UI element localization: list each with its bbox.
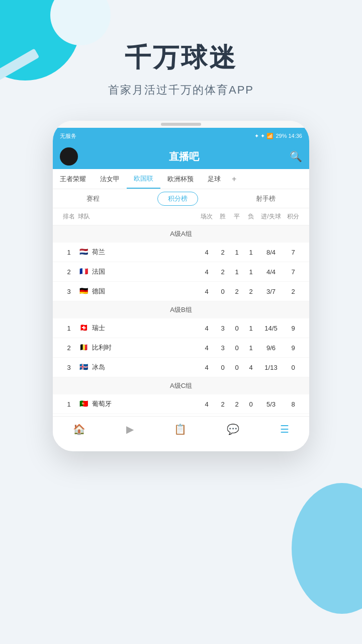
bottom-nav-menu[interactable]: ☰ [280,423,289,435]
team-name: 🇩🇪德国 [78,287,198,296]
header-played: 场次 [198,212,216,221]
hero-subtitle: 首家月活过千万的体育APP [0,83,362,98]
status-right-text: 29% 14:36 [276,133,302,139]
hero-title: 千万球迷 [0,40,362,75]
team-name: 🇵🇹葡萄牙 [78,399,198,409]
group-c-header: A级C组 [53,377,309,394]
header-draw: 平 [230,212,244,221]
bottom-nav-news[interactable]: 📋 [174,423,187,435]
status-carrier: 无服务 [60,132,76,140]
sub-tabs: 赛程 积分榜 射手榜 [53,189,309,208]
rank: 2 [60,344,78,352]
rank: 1 [60,249,78,256]
bg-decoration-circle-br [292,483,362,614]
nav-tab-ouguo[interactable]: 欧国联 [127,169,160,189]
table-row: 1 🇵🇹葡萄牙 4 2 2 0 5/3 8 [53,394,309,414]
header-team: 球队 [78,212,198,221]
rank: 3 [60,364,78,371]
nav-tab-fanvjia[interactable]: 法女甲 [93,169,127,189]
app-header: 直播吧 🔍 [53,144,309,169]
rank: 2 [60,268,78,276]
team-name: 🇫🇷法国 [78,267,198,276]
header-win: 胜 [216,212,230,221]
standings-table: 排名 球队 场次 胜 平 负 进/失球 积分 A级A组 1 🇳🇱荷兰 4 2 1… [53,208,309,414]
table-row: 3 🇩🇪德国 4 0 2 2 3/7 2 [53,282,309,301]
bottom-nav: 🏠 ▶ 📋 💬 ☰ [53,416,309,441]
phone-mockup: 无服务 ✦ ✦ 📶 29% 14:36 直播吧 🔍 王者荣耀 法女甲 欧国联 欧… [53,121,309,451]
rank: 3 [60,288,78,295]
header-gd: 进/失球 [258,212,284,221]
sub-tab-standings[interactable]: 积分榜 [157,192,198,206]
header-loss: 负 [244,212,258,221]
status-bar: 无服务 ✦ ✦ 📶 29% 14:36 [53,128,309,144]
team-name: 🇧🇪比利时 [78,343,198,352]
group-a-header: A级A组 [53,225,309,243]
bottom-nav-play[interactable]: ▶ [126,423,134,435]
group-b-header: A级B组 [53,301,309,318]
nav-tab-ouzhou[interactable]: 欧洲杯预 [160,169,201,189]
table-row: 2 🇫🇷法国 4 2 1 1 4/4 7 [53,262,309,282]
hero-section: 千万球迷 首家月活过千万的体育APP [0,40,362,98]
phone-pill [161,123,201,126]
nav-tab-wangzhe[interactable]: 王者荣耀 [53,169,93,189]
team-name: 🇳🇱荷兰 [78,248,198,257]
team-name: 🇨🇭瑞士 [78,324,198,333]
header-rank: 排名 [60,212,78,221]
app-logo[interactable] [60,147,78,166]
header-pts: 积分 [284,212,302,221]
bottom-nav-home[interactable]: 🏠 [73,423,85,435]
nav-tab-plus[interactable]: + [228,175,240,184]
sub-tab-scorers[interactable]: 射手榜 [246,192,286,205]
table-header-row: 排名 球队 场次 胜 平 负 进/失球 积分 [53,208,309,225]
rank: 1 [60,325,78,332]
battery-wifi-icon: ✦ ✦ 📶 [254,133,274,139]
phone-top-bar [53,121,309,128]
sub-tab-schedule[interactable]: 赛程 [76,192,110,205]
bottom-nav-chat[interactable]: 💬 [227,423,239,435]
search-icon[interactable]: 🔍 [290,150,302,163]
table-row: 1 🇨🇭瑞士 4 3 0 1 14/5 9 [53,318,309,338]
table-row: 2 🇧🇪比利时 4 3 0 1 9/6 9 [53,338,309,358]
table-row: 3 🇮🇸冰岛 4 0 0 4 1/13 0 [53,358,309,377]
team-name: 🇮🇸冰岛 [78,363,198,372]
nav-tabs: 王者荣耀 法女甲 欧国联 欧洲杯预 足球 + [53,169,309,189]
status-info: ✦ ✦ 📶 29% 14:36 [254,133,302,139]
nav-tab-football[interactable]: 足球 [201,169,228,189]
rank: 1 [60,400,78,408]
app-title: 直播吧 [169,150,199,164]
table-row: 1 🇳🇱荷兰 4 2 1 1 8/4 7 [53,243,309,262]
